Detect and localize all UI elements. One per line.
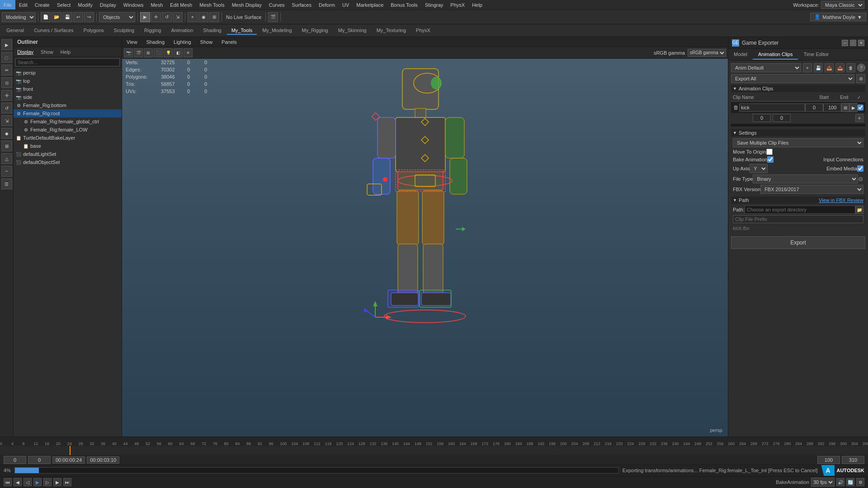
tab-my-modeling[interactable]: My_Modeling [258,27,296,35]
ge-clip-start-input[interactable] [805,103,823,112]
user-menu-btn[interactable]: 👤 Matthew Doyle ▼ [810,13,866,21]
play-first-btn[interactable]: ⏮ [4,478,12,486]
undo-btn[interactable]: ↩ [73,12,83,22]
scale-tool-lt[interactable]: ⇲ [1,115,12,126]
ge-anim-preset-dropdown[interactable]: Anim Default [731,63,801,72]
move-tool-lt[interactable]: ✛ [1,90,12,101]
tab-animation[interactable]: Animation [166,27,198,35]
rotate-tool-lt[interactable]: ↺ [1,103,12,113]
menu-modify[interactable]: Modify [74,0,96,9]
select-tool-lt[interactable]: ▶ [1,39,12,50]
save-btn[interactable]: 💾 [62,12,72,22]
ge-clip-timeline-btn[interactable]: ⊞ [841,103,849,112]
outliner-item[interactable]: ⚙Female_Rig:female_LOW [14,126,122,134]
select-tool-btn[interactable]: ▶ [140,12,150,22]
objects-dropdown[interactable]: Objects [99,12,135,22]
snap-btn[interactable]: ⌖ [188,12,198,22]
tab-shading[interactable]: Shading [198,27,226,35]
outliner-item[interactable]: ⚙Female_Rig:female_global_ctrl [14,117,122,126]
play-prev-btn[interactable]: ◀ [14,478,22,486]
tl-frame-input[interactable] [28,456,51,464]
ge-bake-anim-check[interactable] [767,156,774,163]
vp-render-btn[interactable]: 🎬 [134,48,143,57]
sculpt-tool-lt[interactable]: ⊙ [1,77,12,88]
menu-file[interactable]: File [0,0,15,9]
tab-rigging[interactable]: Rigging [140,27,165,35]
timeline-scrubber[interactable] [0,446,868,455]
ge-path-section-header[interactable]: ▼ Path View in FBX Review [731,197,865,204]
menu-display[interactable]: Display [96,0,120,9]
vp-ambient-btn[interactable]: ☀ [184,48,193,57]
play-btn[interactable]: ▶ [33,478,42,486]
outliner-item[interactable]: ⬛defaultLightSet [14,150,122,158]
menu-help[interactable]: Help [468,0,486,9]
menu-physx[interactable]: PhysX [447,0,468,9]
joint-tool-lt[interactable]: ◆ [1,128,12,139]
play-next-frame-btn[interactable]: ▷ [43,478,52,486]
tab-general[interactable]: General [2,27,28,35]
outliner-item[interactable]: ⚙Female_Rig:bottom [14,101,122,109]
tab-polygons[interactable]: Polygons [79,27,108,35]
ge-preset-delete-btn[interactable]: 🗑 [846,63,855,72]
ge-fbx-version-dropdown[interactable]: FBX 2016/2017 [760,185,863,194]
play-last-btn[interactable]: ⏭ [63,478,71,486]
ge-export-settings-btn[interactable]: ⚙ [856,74,865,83]
outliner-item[interactable]: 📋base [14,142,122,150]
menu-curves[interactable]: Curves [265,0,288,9]
outliner-item[interactable]: ⚙Female_Rig:root [14,109,122,117]
ge-path-input[interactable] [745,206,855,214]
ge-preset-export-btn[interactable]: 📤 [835,63,844,72]
ge-preset-save-btn[interactable]: 💾 [814,63,823,72]
menu-mesh-tools[interactable]: Mesh Tools [196,0,228,9]
show-manip-lt[interactable]: ⊞ [1,141,12,151]
outliner-item[interactable]: 📷persp [14,69,122,77]
ge-clip-anim-btn[interactable]: ▶ [849,103,858,112]
menu-windows[interactable]: Windows [120,0,147,9]
ge-export-btn[interactable]: Export [731,236,865,249]
ge-add-clip-btn[interactable]: + [855,114,863,122]
menu-surfaces[interactable]: Surfaces [288,0,315,9]
vp-camera-btn[interactable]: 📷 [124,48,133,57]
lasso-tool-lt[interactable]: ◌ [1,52,12,63]
ge-minimize-btn[interactable]: ─ [842,40,848,46]
tl-range-end-input[interactable] [842,456,864,464]
menu-deform[interactable]: Deform [315,0,339,9]
menu-marketplace[interactable]: Marketplace [353,0,387,9]
ge-save-clips-dropdown[interactable]: Save Multiple Clip Files [733,138,863,147]
ge-help-btn[interactable]: ? [857,64,865,72]
ge-maximize-btn[interactable]: □ [850,40,856,46]
tab-sculpting[interactable]: Sculpting [109,27,139,35]
ge-clip-name-input[interactable] [739,103,805,112]
ge-clip-prefix-input[interactable] [733,215,863,223]
outliner-item[interactable]: 📷front [14,85,122,93]
ge-clip-substart-input[interactable] [753,114,771,122]
loop-btn[interactable]: 🔄 [846,478,854,486]
tab-my-skinning[interactable]: My_Skinning [334,27,371,35]
symmetry-btn[interactable]: ⊞ [209,12,219,22]
ge-file-type-gear[interactable]: ⚙ [858,176,863,183]
vp-tab-show[interactable]: Show [198,39,216,45]
vp-tab-view[interactable]: View [124,39,140,45]
ge-settings-section-header[interactable]: ▼ Settings [731,129,865,136]
play-next-btn[interactable]: ▶ [53,478,61,486]
outliner-tab-show[interactable]: Show [39,48,55,56]
vp-lights-btn[interactable]: 💡 [164,48,173,57]
ge-preset-import-btn[interactable]: 📥 [825,63,834,72]
menu-edit-mesh[interactable]: Edit Mesh [166,0,196,9]
play-prev-frame-btn[interactable]: ◁ [24,478,32,486]
menu-create[interactable]: Create [31,0,53,9]
menu-mesh-display[interactable]: Mesh Display [228,0,265,9]
tab-physx[interactable]: PhysX [411,27,435,35]
vp-tab-shading[interactable]: Shading [144,39,167,45]
ge-clip-enabled-check[interactable] [858,104,863,111]
menu-edit[interactable]: Edit [15,0,31,9]
scale-tool-btn[interactable]: ⇲ [173,12,183,22]
ge-export-all-dropdown[interactable]: Export All [731,74,854,83]
ge-tab-time-editor[interactable]: Time Editor [798,50,834,60]
ge-view-fbx-review-btn[interactable]: View in FBX Review [819,197,863,203]
mode-dropdown[interactable]: Modeling [2,12,36,22]
menu-bonus-tools[interactable]: Bonus Tools [387,0,421,9]
outliner-tab-help[interactable]: Help [59,48,73,56]
vp-tab-lighting[interactable]: Lighting [171,39,194,45]
paint-tool-lt[interactable]: ✏ [1,65,12,75]
